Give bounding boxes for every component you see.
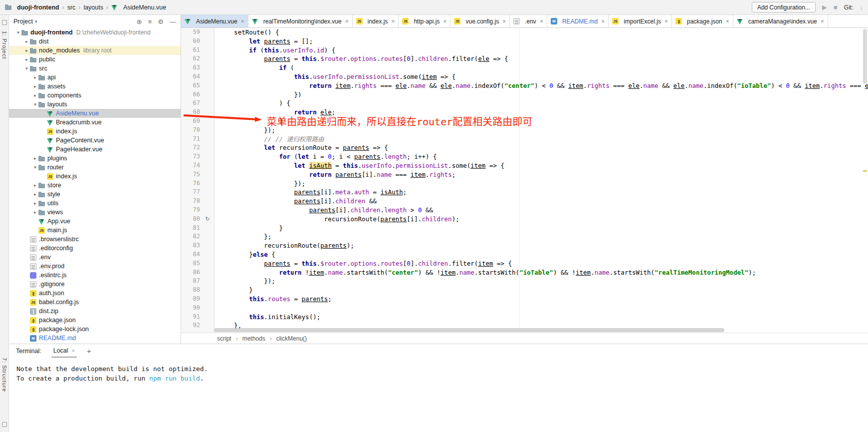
breadcrumb-item-file[interactable]: AsideMenu.vue — [123, 4, 166, 11]
line-number[interactable]: 80 — [181, 215, 201, 224]
line-number[interactable]: 87 — [181, 277, 201, 286]
line-number[interactable]: 89 — [181, 295, 201, 304]
tab-close-icon[interactable]: × — [345, 18, 349, 25]
tab-AsideMenu.vue[interactable]: AsideMenu.vue× — [181, 15, 248, 27]
tree-item-assets[interactable]: ▸assets — [9, 82, 181, 91]
project-tree[interactable]: ▾duoji-frontendD:\zheheWeb\duoji-fronten… — [9, 28, 181, 344]
tree-item-src[interactable]: ▾src — [9, 64, 181, 73]
line-number[interactable]: 88 — [181, 286, 201, 295]
line-number[interactable]: 90 — [181, 304, 201, 313]
line-number[interactable]: 63 — [181, 63, 201, 72]
chevron-down-icon[interactable]: ▾ — [32, 102, 38, 107]
line-number[interactable]: 74 — [181, 161, 201, 170]
settings-gear-icon[interactable]: ⚙ — [158, 18, 164, 25]
chevron-right-icon[interactable]: ▸ — [23, 39, 30, 44]
tree-item-AsideMenu.vue[interactable]: AsideMenu.vue — [9, 109, 181, 118]
line-number[interactable]: 70 — [181, 126, 201, 135]
tree-item-Breadcrumb.vue[interactable]: Breadcrumb.vue — [9, 118, 181, 127]
tree-item-index.js[interactable]: index.js — [9, 127, 181, 136]
breadcrumb-clickmenu[interactable]: clickMenu() — [276, 335, 307, 342]
breadcrumb-item-project[interactable]: duoji-frontend — [17, 4, 59, 11]
tab-close-icon[interactable]: × — [443, 18, 446, 25]
git-update-icon[interactable]: ↓ — [860, 3, 864, 11]
collapse-all-icon[interactable]: ≡ — [148, 18, 152, 25]
tab-close-icon[interactable]: × — [391, 18, 395, 25]
line-number[interactable]: 84 — [181, 250, 201, 259]
chevron-down-icon[interactable]: ▾ — [35, 19, 37, 24]
tab-close-icon[interactable]: × — [540, 18, 543, 25]
tab-close-icon[interactable]: × — [502, 18, 506, 25]
tree-item-node_modules[interactable]: ▸node_moduleslibrary root — [9, 46, 181, 55]
line-number[interactable]: 72 — [181, 143, 201, 152]
chevron-right-icon[interactable]: ▸ — [23, 57, 30, 62]
chevron-right-icon[interactable]: ▸ — [32, 93, 38, 98]
tool-button-structure[interactable]: 7: Structure — [1, 358, 7, 392]
line-number[interactable]: 64 — [181, 72, 201, 81]
tree-item-README.md[interactable]: README.md — [9, 334, 181, 343]
horizontal-scrollbar[interactable] — [214, 328, 860, 332]
tree-item-dist[interactable]: ▸dist — [9, 37, 181, 46]
project-panel-title[interactable]: Project — [13, 18, 33, 25]
tab-close-icon[interactable]: × — [821, 18, 824, 25]
run-icon[interactable]: ▶ — [822, 3, 827, 11]
line-number[interactable]: 59 — [181, 28, 201, 37]
tab-vue.config.js[interactable]: vue.config.js× — [450, 15, 510, 27]
tree-item-PageHeader.vue[interactable]: PageHeader.vue — [9, 145, 181, 154]
line-number[interactable]: 76 — [181, 179, 201, 188]
tab-close-icon[interactable]: × — [726, 18, 729, 25]
chevron-down-icon[interactable]: ▾ — [23, 66, 30, 71]
vertical-scrollbar[interactable] — [862, 28, 868, 328]
chevron-down-icon[interactable]: ▾ — [32, 165, 38, 170]
line-number[interactable]: 75 — [181, 170, 201, 179]
chevron-right-icon[interactable]: ▸ — [32, 192, 38, 197]
chevron-right-icon[interactable]: ▸ — [32, 183, 38, 188]
locate-icon[interactable]: ⊕ — [137, 18, 142, 25]
line-number[interactable]: 62 — [181, 54, 201, 63]
breadcrumb-item-layouts[interactable]: layouts — [83, 4, 103, 11]
scrollbar-thumb[interactable] — [863, 29, 867, 84]
hide-panel-icon[interactable]: — — [170, 18, 176, 25]
tab-importExcel.js[interactable]: importExcel.js× — [609, 15, 672, 27]
add-configuration-button[interactable]: Add Configuration... — [752, 2, 816, 12]
tree-item-layouts[interactable]: ▾layouts — [9, 100, 181, 109]
tab-realTimeMonitoring\index.vue[interactable]: realTimeMonitoring\index.vue× — [248, 15, 353, 27]
tree-item-duoji-frontend[interactable]: ▾duoji-frontendD:\zheheWeb\duoji-fronten… — [9, 28, 181, 37]
code-editor[interactable]: 59 setRoute() {60 let parents = [];61 if… — [181, 28, 868, 333]
tree-item-.gitignore[interactable]: .gitignore — [9, 280, 181, 289]
tree-item-App.vue[interactable]: App.vue — [9, 217, 181, 226]
chevron-down-icon[interactable]: ▾ — [15, 30, 21, 35]
chevron-right-icon[interactable]: ▸ — [23, 48, 30, 53]
tree-item-package.json[interactable]: package.json — [9, 316, 181, 325]
tab-close-icon[interactable]: × — [601, 18, 605, 25]
terminal-tab-local[interactable]: Local × — [51, 344, 77, 358]
tree-item-public[interactable]: ▸public — [9, 55, 181, 64]
tree-item-PageContent.vue[interactable]: PageContent.vue — [9, 136, 181, 145]
tree-item-.env[interactable]: .env — [9, 253, 181, 262]
chevron-right-icon[interactable]: ▸ — [32, 75, 38, 80]
tree-item-babel.config.js[interactable]: babel.config.js — [9, 298, 181, 307]
line-number[interactable]: 71 — [181, 135, 201, 144]
chevron-right-icon[interactable]: ▸ — [32, 156, 38, 161]
tab-close-icon[interactable]: × — [241, 18, 244, 25]
tab-index.js[interactable]: index.js× — [353, 15, 399, 27]
line-number[interactable]: 67 — [181, 99, 201, 108]
line-number[interactable]: 83 — [181, 241, 201, 250]
line-number[interactable]: 66 — [181, 90, 201, 99]
new-terminal-icon[interactable]: + — [87, 347, 91, 355]
line-number[interactable]: 68 — [181, 108, 201, 117]
line-number[interactable]: 85 — [181, 259, 201, 268]
line-number[interactable]: 73 — [181, 152, 201, 161]
line-number[interactable]: 92 — [181, 321, 201, 330]
close-icon[interactable]: × — [72, 348, 75, 354]
tree-item-components[interactable]: ▸components — [9, 91, 181, 100]
scrollbar-thumb[interactable] — [214, 328, 724, 332]
tab-http-api.js[interactable]: http-api.js× — [399, 15, 450, 27]
line-number[interactable]: 91 — [181, 313, 201, 322]
line-number[interactable]: 79 — [181, 206, 201, 215]
tree-item-main.js[interactable]: main.js — [9, 226, 181, 235]
tree-item-.editorconfig[interactable]: .editorconfig — [9, 244, 181, 253]
tab-README.md[interactable]: README.md× — [547, 15, 609, 27]
tab-.env[interactable]: .env× — [510, 15, 547, 27]
tree-item-.eslintrc.js[interactable]: .eslintrc.js — [9, 271, 181, 280]
error-stripe-mark[interactable] — [863, 170, 867, 172]
